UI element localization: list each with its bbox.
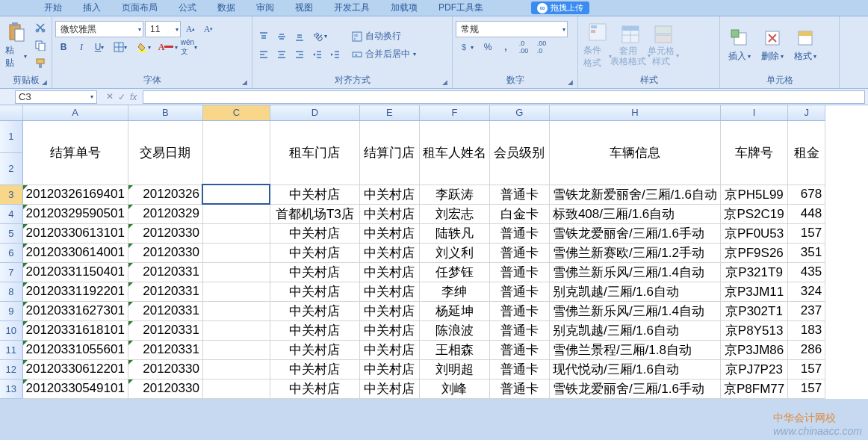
merge-center-button[interactable]: a合并后居中▾ xyxy=(348,46,426,63)
cell-r3-c3[interactable]: 中关村店 xyxy=(270,185,359,204)
accounting-format-button[interactable]: $▾ xyxy=(456,39,478,55)
cell-r8-c7[interactable]: 别克凯越/三厢/1.6自动 xyxy=(549,282,720,301)
upload-pill[interactable]: ∞ 拖拽上传 xyxy=(531,1,589,14)
cell-r7-c0[interactable]: 20120331150401 xyxy=(22,262,128,282)
row-head-2[interactable]: 2 xyxy=(0,152,22,185)
row-head-4[interactable]: 4 xyxy=(0,204,22,223)
row-head-13[interactable]: 13 xyxy=(0,379,22,398)
decrease-font-button[interactable]: A▾ xyxy=(200,21,217,37)
align-middle-button[interactable] xyxy=(273,28,290,45)
decrease-indent-button[interactable] xyxy=(309,46,326,63)
spreadsheet-grid[interactable]: ABCDEFGHIJ1结算单号交易日期租车门店结算门店租车人姓名会员级别车辆信息… xyxy=(0,105,825,399)
col-head-E[interactable]: E xyxy=(359,105,419,120)
cell-r10-c3[interactable]: 中关村店 xyxy=(270,320,359,340)
bold-button[interactable]: B xyxy=(55,39,72,55)
percent-button[interactable]: % xyxy=(480,39,496,55)
header-cell-3[interactable]: 租车门店 xyxy=(270,120,359,185)
cell-r12-c4[interactable]: 中关村店 xyxy=(359,359,419,379)
cell-r6-c5[interactable]: 刘义利 xyxy=(419,243,489,262)
cell-r5-c5[interactable]: 陆轶凡 xyxy=(419,223,489,243)
cell-r5-c1[interactable]: 20120330 xyxy=(128,223,202,243)
menu-tab-1[interactable]: 插入 xyxy=(72,0,111,16)
number-expand-icon[interactable]: ◢ xyxy=(565,78,574,87)
cell-r8-c0[interactable]: 20120331192201 xyxy=(22,282,128,301)
cell-r5-c2[interactable] xyxy=(202,223,270,243)
cell-r13-c4[interactable]: 中关村店 xyxy=(359,379,419,398)
cell-r4-c2[interactable] xyxy=(202,204,270,223)
cell-r8-c5[interactable]: 李绅 xyxy=(419,282,489,301)
cell-r13-c5[interactable]: 刘峰 xyxy=(419,379,489,398)
cell-r13-c2[interactable] xyxy=(202,379,270,398)
align-right-button[interactable] xyxy=(291,46,308,63)
cell-r8-c2[interactable] xyxy=(202,282,270,301)
cell-r11-c5[interactable]: 王相森 xyxy=(419,340,489,359)
formula-input[interactable] xyxy=(143,90,865,104)
cell-r6-c1[interactable]: 20120330 xyxy=(128,243,202,262)
row-head-7[interactable]: 7 xyxy=(0,262,22,282)
cell-r12-c9[interactable]: 157 xyxy=(788,359,825,379)
cell-r4-c6[interactable]: 白金卡 xyxy=(489,204,549,223)
cell-r6-c3[interactable]: 中关村店 xyxy=(270,243,359,262)
cell-r6-c8[interactable]: 京PF9S26 xyxy=(720,243,787,262)
cell-r6-c2[interactable] xyxy=(202,243,270,262)
cell-r12-c7[interactable]: 现代悦动/三厢/1.6自动 xyxy=(549,359,720,379)
format-painter-button[interactable] xyxy=(32,55,49,72)
cell-r9-c6[interactable]: 普通卡 xyxy=(489,301,549,320)
header-cell-0[interactable]: 结算单号 xyxy=(22,120,128,185)
cell-r13-c6[interactable]: 普通卡 xyxy=(489,379,549,398)
cell-r10-c0[interactable]: 20120331618101 xyxy=(22,320,128,340)
cell-r9-c3[interactable]: 中关村店 xyxy=(270,301,359,320)
cell-r9-c4[interactable]: 中关村店 xyxy=(359,301,419,320)
cell-r5-c7[interactable]: 雪铁龙爱丽舍/三厢/1.6手动 xyxy=(549,223,720,243)
header-cell-4[interactable]: 结算门店 xyxy=(359,120,419,185)
cell-r12-c8[interactable]: 京PJ7P23 xyxy=(720,359,787,379)
cell-r5-c3[interactable]: 中关村店 xyxy=(270,223,359,243)
menu-tab-4[interactable]: 数据 xyxy=(207,0,246,16)
font-family-combo[interactable]: 微软雅黑▾ xyxy=(55,21,143,37)
cell-r7-c4[interactable]: 中关村店 xyxy=(359,262,419,282)
col-head-F[interactable]: F xyxy=(419,105,489,120)
cell-r7-c9[interactable]: 435 xyxy=(788,262,825,282)
cell-r9-c1[interactable]: 20120331 xyxy=(128,301,202,320)
table-format-button[interactable]: 套用 表格格式▾ xyxy=(614,22,647,68)
cell-r10-c8[interactable]: 京P8Y513 xyxy=(720,320,787,340)
header-cell-1[interactable]: 交易日期 xyxy=(128,120,202,185)
cell-r11-c9[interactable]: 286 xyxy=(788,340,825,359)
fx-icon[interactable]: fx xyxy=(130,92,137,102)
select-all-corner[interactable] xyxy=(0,105,22,120)
cell-r12-c0[interactable]: 20120330612201 xyxy=(22,359,128,379)
col-head-A[interactable]: A xyxy=(22,105,128,120)
paste-button[interactable]: 粘贴▾ xyxy=(3,19,29,72)
underline-button[interactable]: U▾ xyxy=(91,39,108,55)
cut-button[interactable] xyxy=(32,19,49,36)
clipboard-expand-icon[interactable]: ◢ xyxy=(40,78,49,87)
insert-cell-button[interactable]: 插入▾ xyxy=(723,25,756,65)
cell-r13-c7[interactable]: 雪铁龙爱丽舍/三厢/1.6手动 xyxy=(549,379,720,398)
cell-r3-c2[interactable] xyxy=(202,185,270,204)
menu-tab-9[interactable]: PDF工具集 xyxy=(428,0,494,16)
cell-r3-c9[interactable]: 678 xyxy=(788,185,825,204)
cell-r9-c8[interactable]: 京P302T1 xyxy=(720,301,787,320)
cell-r9-c0[interactable]: 20120331627301 xyxy=(22,301,128,320)
cell-r13-c8[interactable]: 京P8FM77 xyxy=(720,379,787,398)
row-head-8[interactable]: 8 xyxy=(0,282,22,301)
row-head-3[interactable]: 3 xyxy=(0,185,22,204)
border-button[interactable]: ▾ xyxy=(109,39,131,55)
cell-r11-c2[interactable] xyxy=(202,340,270,359)
cell-r6-c4[interactable]: 中关村店 xyxy=(359,243,419,262)
col-head-C[interactable]: C xyxy=(202,105,270,120)
cell-r3-c0[interactable]: 20120326169401 xyxy=(22,185,128,204)
wrap-text-button[interactable]: abc自动换行 xyxy=(348,28,415,45)
menu-tab-8[interactable]: 加载项 xyxy=(380,0,428,16)
cell-r6-c0[interactable]: 20120330614001 xyxy=(22,243,128,262)
orientation-button[interactable]: ab▾ xyxy=(309,28,332,45)
cell-r3-c8[interactable]: 京PH5L99 xyxy=(720,185,787,204)
cell-r7-c7[interactable]: 雪佛兰新乐风/三厢/1.4自动 xyxy=(549,262,720,282)
col-head-H[interactable]: H xyxy=(549,105,720,120)
cell-r11-c7[interactable]: 雪佛兰景程/三厢/1.8自动 xyxy=(549,340,720,359)
cell-r5-c6[interactable]: 普通卡 xyxy=(489,223,549,243)
cell-r11-c4[interactable]: 中关村店 xyxy=(359,340,419,359)
format-cell-button[interactable]: 格式▾ xyxy=(789,25,822,65)
menu-tab-3[interactable]: 公式 xyxy=(168,0,207,16)
cell-r10-c7[interactable]: 别克凯越/三厢/1.6自动 xyxy=(549,320,720,340)
